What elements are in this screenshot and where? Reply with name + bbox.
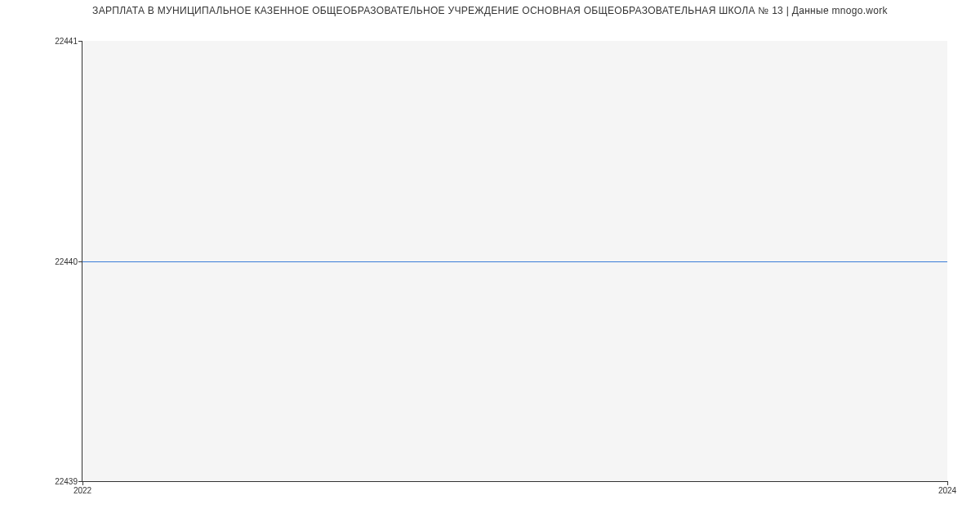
y-tick-label: 22440 [55,257,78,266]
x-tick-mark [82,481,83,485]
x-tick-label: 2022 [74,486,91,495]
x-tick-label: 2024 [938,486,956,495]
plot-area: 22441 22440 22439 2022 2024 [82,41,947,482]
x-tick-mark [947,481,948,485]
chart-title: ЗАРПЛАТА В МУНИЦИПАЛЬНОЕ КАЗЕННОЕ ОБЩЕОБ… [0,0,980,16]
y-tick-label: 22441 [55,37,78,46]
chart-container: 22441 22440 22439 2022 2024 [41,25,947,498]
y-tick-label: 22439 [55,477,78,486]
y-tick-mark [78,41,82,42]
data-line [82,261,947,262]
